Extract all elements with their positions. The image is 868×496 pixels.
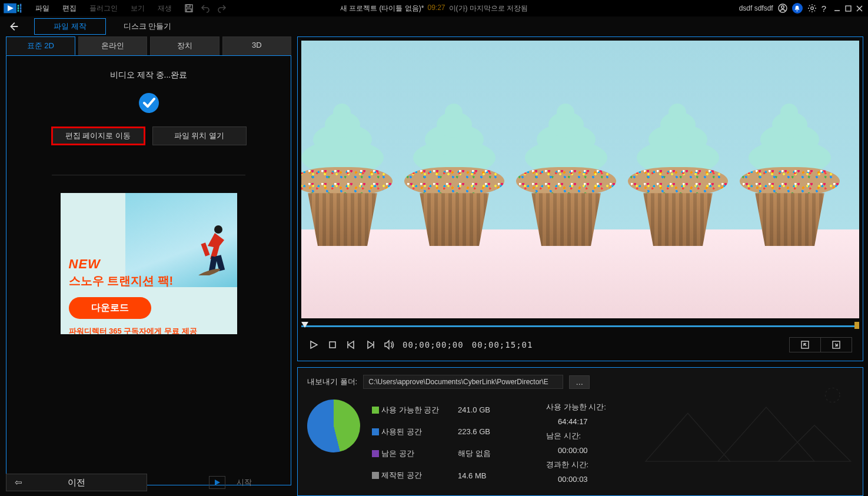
export-panel: 내보내기 폴더: C:\Users\approve\Documents\Cybe… [297, 367, 863, 496]
disk-usage-pie [307, 400, 360, 452]
app-logo[interactable] [4, 2, 24, 14]
browse-button[interactable]: … [569, 375, 590, 389]
produce-status-text: 비디오 제작 중...완료 [24, 70, 273, 81]
preview-area: 00;00;00;00 00;00;15;01 [297, 36, 863, 361]
start-label: 시작 [237, 477, 252, 488]
swatch-remaining [372, 450, 379, 457]
timecode-total: 00;00;15;01 [472, 340, 533, 349]
menu-file[interactable]: 파일 [29, 1, 55, 16]
help-icon[interactable]: ? [822, 4, 826, 14]
svg-point-18 [139, 93, 159, 113]
volume-icon[interactable] [384, 339, 394, 350]
promo-download-button[interactable]: 다운로드 [69, 297, 151, 319]
svg-marker-27 [348, 341, 354, 348]
svg-marker-25 [311, 341, 317, 348]
svg-rect-15 [846, 6, 851, 11]
svg-point-12 [781, 6, 784, 9]
redo-icon [217, 3, 227, 14]
svg-rect-9 [187, 5, 190, 7]
minimize-icon[interactable] [833, 5, 841, 12]
go-to-edit-button[interactable]: 편집 페이지로 이동 [51, 127, 145, 145]
start-button[interactable]: 시작 [197, 474, 291, 491]
time-info: 사용 가능한 시간: 64:44:17 남은 시간: 00:00:00 경과한 … [546, 402, 606, 484]
project-title: 새 프로젝트 (타이틀 없음)* 09:27 이(가) 마지막으로 저장됨 [340, 4, 528, 14]
produce-panel: 비디오 제작 중...완료 편집 페이지로 이동 파일 위치 열기 NEW 스노… [6, 55, 291, 485]
dock-undock-icon[interactable] [789, 337, 820, 352]
close-icon[interactable] [856, 5, 863, 12]
svg-marker-31 [385, 341, 389, 349]
swatch-used [372, 428, 379, 435]
divider [52, 175, 246, 175]
legend-used-value: 223.6 GB [458, 427, 511, 436]
previous-button[interactable]: ⇦ 이전 [6, 474, 147, 491]
playback-controls: 00;00;00;00 00;00;15;01 [301, 331, 859, 357]
promo-new-label: NEW [69, 257, 197, 272]
legend-remaining-label: 남은 공간 [381, 448, 458, 459]
stop-icon[interactable] [327, 339, 338, 350]
legend-remaining-value: 해당 없음 [458, 448, 511, 459]
produce-file-button[interactable]: 파일 제작 [34, 18, 106, 35]
svg-point-23 [197, 267, 221, 275]
time-remaining-value: 00:00:00 [558, 446, 606, 455]
svg-rect-4 [18, 10, 19, 12]
export-folder-label: 내보내기 폴더: [307, 377, 357, 387]
svg-rect-5 [20, 4, 22, 7]
create-disc-button[interactable]: 디스크 만들기 [118, 19, 178, 34]
menu-edit[interactable]: 편집 [56, 1, 82, 16]
project-name: 새 프로젝트 (타이틀 없음)* [340, 4, 424, 14]
video-preview[interactable] [301, 41, 859, 318]
success-check-icon [138, 92, 159, 114]
legend-available-value: 241.0 GB [458, 405, 511, 414]
open-file-location-button[interactable]: 파일 위치 열기 [152, 127, 247, 145]
notification-icon[interactable] [792, 3, 803, 14]
svg-point-13 [810, 7, 813, 10]
save-icon[interactable] [184, 3, 194, 14]
tab-device[interactable]: 장치 [150, 36, 220, 55]
swatch-available [372, 407, 379, 414]
legend-produced-label: 제작된 공간 [381, 470, 458, 481]
tab-3d[interactable]: 3D [222, 36, 292, 55]
popout-icon[interactable] [820, 337, 852, 352]
maximize-icon[interactable] [844, 5, 852, 12]
output-tabs: 표준 2D 온라인 장치 3D [6, 36, 291, 55]
left-arrow-icon: ⇦ [6, 477, 30, 488]
svg-marker-24 [215, 480, 220, 485]
project-saved-suffix: 이(가) 마지막으로 저장됨 [449, 4, 528, 14]
settings-icon[interactable] [807, 4, 817, 13]
legend-available-label: 사용 가능한 공간 [381, 405, 458, 415]
time-remaining-label: 남은 시간: [546, 431, 606, 441]
legend-produced-value: 14.6 MB [458, 471, 511, 480]
menu-play: 재생 [152, 1, 178, 16]
promo-banner[interactable]: NEW 스노우 트랜지션 팩! 다운로드 파워디렉터 365 구독자에게 무료 … [61, 193, 237, 334]
time-available-label: 사용 가능한 시간: [546, 402, 606, 412]
next-frame-icon[interactable] [365, 339, 375, 350]
menu-plugin: 플러그인 [84, 1, 124, 16]
user-name[interactable]: dsdf sdfsdf [739, 4, 773, 12]
swatch-produced [372, 472, 379, 479]
menu-bar: 파일 편집 플러그인 보기 재생 새 프로젝트 (타이틀 없음)* 09:27 … [0, 0, 868, 16]
play-icon[interactable] [308, 339, 319, 350]
previous-label: 이전 [30, 477, 147, 488]
back-icon[interactable] [7, 20, 22, 33]
promo-title: 스노우 트랜지션 팩! [69, 273, 197, 289]
svg-rect-10 [187, 9, 191, 12]
project-saved-time: 09:27 [427, 4, 445, 14]
timeline-slider[interactable] [301, 321, 859, 331]
export-path-field[interactable]: C:\Users\approve\Documents\CyberLink\Pow… [363, 375, 563, 389]
user-avatar-icon[interactable] [778, 4, 787, 13]
playhead-icon[interactable] [301, 322, 308, 328]
prev-frame-icon[interactable] [346, 339, 357, 350]
clip-end-marker[interactable] [854, 322, 859, 329]
tab-standard-2d[interactable]: 표준 2D [6, 36, 75, 55]
main-menu: 파일 편집 플러그인 보기 재생 [29, 1, 178, 16]
svg-rect-3 [18, 7, 19, 9]
menu-view: 보기 [125, 1, 151, 16]
svg-point-19 [214, 225, 222, 234]
svg-rect-2 [18, 5, 19, 6]
promo-subtext: 파워디렉터 365 구독자에게 무료 제공 [69, 326, 197, 334]
undo-icon [200, 3, 211, 14]
timecode-current[interactable]: 00;00;00;00 [403, 340, 464, 349]
time-elapsed-value: 00:00:03 [558, 475, 606, 484]
tab-online[interactable]: 온라인 [78, 36, 148, 55]
svg-rect-22 [215, 255, 224, 271]
